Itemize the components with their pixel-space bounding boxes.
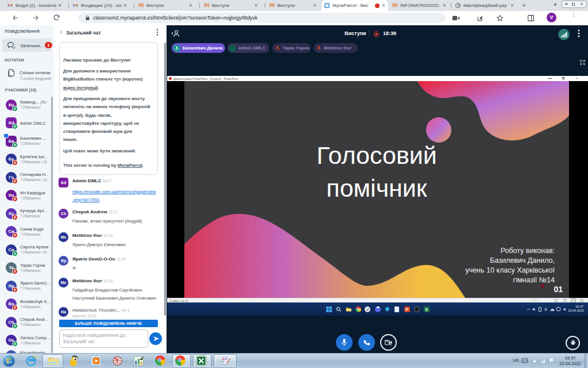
- svg-text:помічник: помічник: [326, 174, 427, 202]
- svg-text:Роботу виконав:: Роботу виконав:: [501, 247, 555, 255]
- svg-text:Голосовий: Голосовий: [316, 141, 437, 169]
- svg-text:учень 10 класу Харківської: учень 10 класу Харківської: [465, 266, 555, 274]
- svg-text:01: 01: [554, 285, 563, 294]
- svg-text:гімназії №14: гімназії №14: [513, 276, 555, 284]
- svg-text:Базилевич Данило,: Базилевич Данило,: [490, 256, 555, 264]
